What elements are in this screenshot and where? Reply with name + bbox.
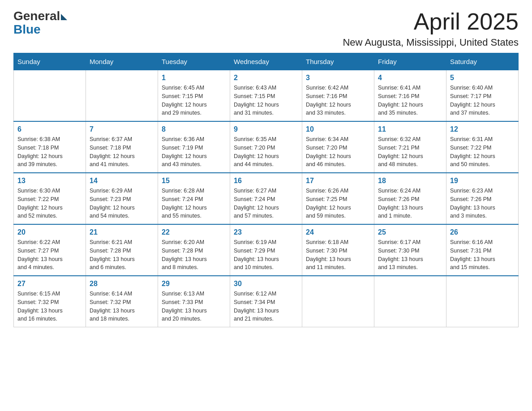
day-number: 11 bbox=[378, 125, 442, 133]
calendar-cell: 13Sunrise: 6:30 AMSunset: 7:22 PMDayligh… bbox=[14, 173, 86, 224]
day-number: 7 bbox=[90, 125, 154, 133]
day-info: Sunrise: 6:16 AMSunset: 7:31 PMDaylight:… bbox=[450, 238, 515, 272]
logo: General Blue bbox=[13, 9, 67, 37]
calendar-cell bbox=[446, 276, 519, 327]
day-number: 21 bbox=[90, 228, 154, 236]
calendar-cell: 27Sunrise: 6:15 AMSunset: 7:32 PMDayligh… bbox=[14, 276, 86, 327]
calendar-header-row: SundayMondayTuesdayWednesdayThursdayFrid… bbox=[14, 53, 519, 70]
weekday-header-friday: Friday bbox=[374, 53, 446, 70]
day-number: 26 bbox=[450, 228, 515, 236]
day-info: Sunrise: 6:29 AMSunset: 7:23 PMDaylight:… bbox=[90, 187, 154, 220]
day-number: 24 bbox=[306, 228, 370, 236]
calendar-cell: 19Sunrise: 6:23 AMSunset: 7:26 PMDayligh… bbox=[446, 173, 519, 224]
calendar-cell: 30Sunrise: 6:12 AMSunset: 7:34 PMDayligh… bbox=[230, 276, 302, 327]
calendar-cell bbox=[302, 276, 374, 327]
day-number: 3 bbox=[306, 74, 370, 82]
day-info: Sunrise: 6:28 AMSunset: 7:24 PMDaylight:… bbox=[162, 187, 226, 220]
day-number: 14 bbox=[90, 177, 154, 185]
day-info: Sunrise: 6:18 AMSunset: 7:30 PMDaylight:… bbox=[306, 238, 370, 272]
weekday-header-sunday: Sunday bbox=[14, 53, 86, 70]
day-number: 18 bbox=[378, 177, 442, 185]
day-info: Sunrise: 6:14 AMSunset: 7:32 PMDaylight:… bbox=[90, 290, 154, 323]
day-info: Sunrise: 6:37 AMSunset: 7:18 PMDaylight:… bbox=[90, 135, 154, 169]
day-info: Sunrise: 6:12 AMSunset: 7:34 PMDaylight:… bbox=[234, 290, 298, 323]
logo-general-text: General bbox=[13, 9, 60, 23]
calendar-cell: 25Sunrise: 6:17 AMSunset: 7:30 PMDayligh… bbox=[374, 224, 446, 276]
day-number: 30 bbox=[234, 280, 298, 288]
calendar-cell: 16Sunrise: 6:27 AMSunset: 7:24 PMDayligh… bbox=[230, 173, 302, 224]
calendar-cell bbox=[14, 70, 86, 122]
day-number: 20 bbox=[17, 228, 82, 236]
calendar-cell: 9Sunrise: 6:35 AMSunset: 7:20 PMDaylight… bbox=[230, 121, 302, 173]
day-info: Sunrise: 6:38 AMSunset: 7:18 PMDaylight:… bbox=[17, 135, 82, 169]
day-info: Sunrise: 6:45 AMSunset: 7:15 PMDaylight:… bbox=[162, 84, 226, 117]
calendar-cell: 21Sunrise: 6:21 AMSunset: 7:28 PMDayligh… bbox=[86, 224, 158, 276]
calendar-cell: 7Sunrise: 6:37 AMSunset: 7:18 PMDaylight… bbox=[86, 121, 158, 173]
day-number: 10 bbox=[306, 125, 370, 133]
calendar-cell: 24Sunrise: 6:18 AMSunset: 7:30 PMDayligh… bbox=[302, 224, 374, 276]
logo-blue-text: Blue bbox=[13, 22, 41, 37]
day-number: 28 bbox=[90, 280, 154, 288]
calendar-cell: 29Sunrise: 6:13 AMSunset: 7:33 PMDayligh… bbox=[158, 276, 230, 327]
page-header: General Blue April 2025 New Augusta, Mis… bbox=[13, 9, 519, 48]
location-title: New Augusta, Mississippi, United States bbox=[343, 37, 519, 48]
day-info: Sunrise: 6:23 AMSunset: 7:26 PMDaylight:… bbox=[450, 187, 515, 220]
weekday-header-wednesday: Wednesday bbox=[230, 53, 302, 70]
calendar-cell: 14Sunrise: 6:29 AMSunset: 7:23 PMDayligh… bbox=[86, 173, 158, 224]
calendar-cell: 15Sunrise: 6:28 AMSunset: 7:24 PMDayligh… bbox=[158, 173, 230, 224]
day-info: Sunrise: 6:27 AMSunset: 7:24 PMDaylight:… bbox=[234, 187, 298, 220]
day-number: 15 bbox=[162, 177, 226, 185]
calendar-cell: 18Sunrise: 6:24 AMSunset: 7:26 PMDayligh… bbox=[374, 173, 446, 224]
day-info: Sunrise: 6:19 AMSunset: 7:29 PMDaylight:… bbox=[234, 238, 298, 272]
calendar-week-row: 27Sunrise: 6:15 AMSunset: 7:32 PMDayligh… bbox=[14, 276, 519, 327]
day-info: Sunrise: 6:26 AMSunset: 7:25 PMDaylight:… bbox=[306, 187, 370, 220]
day-info: Sunrise: 6:43 AMSunset: 7:15 PMDaylight:… bbox=[234, 84, 298, 117]
calendar-cell: 28Sunrise: 6:14 AMSunset: 7:32 PMDayligh… bbox=[86, 276, 158, 327]
day-info: Sunrise: 6:42 AMSunset: 7:16 PMDaylight:… bbox=[306, 84, 370, 117]
day-number: 5 bbox=[450, 74, 515, 82]
calendar-cell: 2Sunrise: 6:43 AMSunset: 7:15 PMDaylight… bbox=[230, 70, 302, 122]
weekday-header-monday: Monday bbox=[86, 53, 158, 70]
day-number: 22 bbox=[162, 228, 226, 236]
day-info: Sunrise: 6:15 AMSunset: 7:32 PMDaylight:… bbox=[17, 290, 82, 323]
day-number: 27 bbox=[17, 280, 82, 288]
calendar-cell: 1Sunrise: 6:45 AMSunset: 7:15 PMDaylight… bbox=[158, 70, 230, 122]
day-number: 19 bbox=[450, 177, 515, 185]
calendar-cell: 10Sunrise: 6:34 AMSunset: 7:20 PMDayligh… bbox=[302, 121, 374, 173]
calendar-cell: 17Sunrise: 6:26 AMSunset: 7:25 PMDayligh… bbox=[302, 173, 374, 224]
calendar-cell bbox=[86, 70, 158, 122]
day-info: Sunrise: 6:36 AMSunset: 7:19 PMDaylight:… bbox=[162, 135, 226, 169]
day-number: 13 bbox=[17, 177, 82, 185]
day-number: 12 bbox=[450, 125, 515, 133]
calendar-table: SundayMondayTuesdayWednesdayThursdayFrid… bbox=[13, 53, 519, 327]
day-info: Sunrise: 6:40 AMSunset: 7:17 PMDaylight:… bbox=[450, 84, 515, 117]
day-number: 2 bbox=[234, 74, 298, 82]
calendar-week-row: 20Sunrise: 6:22 AMSunset: 7:27 PMDayligh… bbox=[14, 224, 519, 276]
day-info: Sunrise: 6:31 AMSunset: 7:22 PMDaylight:… bbox=[450, 135, 515, 169]
day-number: 8 bbox=[162, 125, 226, 133]
calendar-cell: 6Sunrise: 6:38 AMSunset: 7:18 PMDaylight… bbox=[14, 121, 86, 173]
title-area: April 2025 New Augusta, Mississippi, Uni… bbox=[343, 9, 519, 48]
day-number: 16 bbox=[234, 177, 298, 185]
day-number: 1 bbox=[162, 74, 226, 82]
calendar-cell bbox=[374, 276, 446, 327]
calendar-cell: 22Sunrise: 6:20 AMSunset: 7:28 PMDayligh… bbox=[158, 224, 230, 276]
calendar-week-row: 6Sunrise: 6:38 AMSunset: 7:18 PMDaylight… bbox=[14, 121, 519, 173]
day-info: Sunrise: 6:22 AMSunset: 7:27 PMDaylight:… bbox=[17, 238, 82, 272]
day-number: 6 bbox=[17, 125, 82, 133]
day-info: Sunrise: 6:13 AMSunset: 7:33 PMDaylight:… bbox=[162, 290, 226, 323]
day-info: Sunrise: 6:35 AMSunset: 7:20 PMDaylight:… bbox=[234, 135, 298, 169]
day-info: Sunrise: 6:20 AMSunset: 7:28 PMDaylight:… bbox=[162, 238, 226, 272]
calendar-cell: 23Sunrise: 6:19 AMSunset: 7:29 PMDayligh… bbox=[230, 224, 302, 276]
weekday-header-saturday: Saturday bbox=[446, 53, 519, 70]
calendar-cell: 20Sunrise: 6:22 AMSunset: 7:27 PMDayligh… bbox=[14, 224, 86, 276]
day-number: 29 bbox=[162, 280, 226, 288]
day-info: Sunrise: 6:30 AMSunset: 7:22 PMDaylight:… bbox=[17, 187, 82, 220]
calendar-cell: 3Sunrise: 6:42 AMSunset: 7:16 PMDaylight… bbox=[302, 70, 374, 122]
day-info: Sunrise: 6:34 AMSunset: 7:20 PMDaylight:… bbox=[306, 135, 370, 169]
day-number: 9 bbox=[234, 125, 298, 133]
calendar-cell: 26Sunrise: 6:16 AMSunset: 7:31 PMDayligh… bbox=[446, 224, 519, 276]
calendar-cell: 12Sunrise: 6:31 AMSunset: 7:22 PMDayligh… bbox=[446, 121, 519, 173]
day-info: Sunrise: 6:24 AMSunset: 7:26 PMDaylight:… bbox=[378, 187, 442, 220]
logo-arrow-icon bbox=[61, 14, 67, 20]
